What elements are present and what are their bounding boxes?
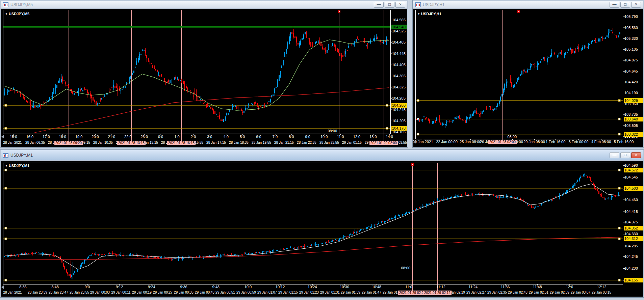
time-axis-label: 29 Jan 01:15	[342, 141, 362, 144]
dropdown-icon[interactable]: ▼	[417, 12, 420, 16]
window-titlebar[interactable]: USDJPY,M1 — □ ×	[1, 150, 643, 160]
chart-area[interactable]: ▼ USDJPY,H1 08:00105.790105.560105.33010…	[413, 9, 643, 147]
line-handle	[618, 100, 620, 102]
symbol-text: USDJPY,M5	[9, 12, 29, 16]
time-axis-label: 14:0	[386, 135, 393, 139]
time-axis-label: 12:0	[353, 135, 360, 139]
window-title: USDJPY,M5	[10, 2, 33, 7]
line-handle	[5, 169, 7, 171]
time-axis-label: 28 Jan 18:35	[229, 141, 249, 144]
chart-window-m1[interactable]: USDJPY,M1 — □ × ▼ USDJPY,M1 08:00104.590…	[0, 149, 644, 298]
time-axis-label: 9:48	[212, 285, 219, 289]
chart-window-m5[interactable]: USDJPY,M5 — □ × ▼ USDJPY,M5 08:00104.565…	[0, 0, 408, 148]
vline-time-badge[interactable]: 2021.01.29 02:00	[369, 141, 398, 145]
time-axis-label: 29 Jan 02:35	[487, 291, 507, 294]
time-axis-label: 29 Jan 00:43	[195, 291, 214, 294]
price-tick-label: 104.190	[624, 91, 638, 95]
time-axis-label: 9:12	[116, 285, 123, 289]
m1-price-chart-canvas[interactable]: 08:00	[1, 161, 643, 297]
price-tick-label: 104.375	[624, 220, 638, 224]
time-axis-label: 29 Jan 01:31	[320, 291, 340, 294]
chart-window-h1[interactable]: USDJPY,H1 — □ × ▼ USDJPY,H1 08:00105.790…	[412, 0, 644, 148]
price-highlight-label[interactable]: 103.640	[624, 117, 643, 121]
time-axis-label: 8:0	[289, 135, 294, 139]
minimize-button[interactable]: —	[610, 2, 619, 8]
time-axis-label: 12:0	[566, 285, 573, 289]
time-axis-label: 3 Feb 00:00	[569, 140, 589, 144]
vertical-time-lines	[69, 10, 384, 145]
symbol-text: USDJPY,H1	[421, 12, 441, 16]
price-highlight-label[interactable]: 104.503	[624, 186, 643, 191]
horizontal-price-lines	[3, 169, 623, 281]
price-highlight-label[interactable]: 104.352	[624, 226, 643, 230]
time-axis-label: 29 Jan 00:11	[111, 291, 130, 294]
price-tick-label: 105.105	[624, 47, 638, 51]
time-axis-label: 15:0	[10, 135, 17, 139]
time-axis-label: 21:0	[108, 135, 115, 139]
price-tick-label: 105.560	[624, 26, 638, 30]
time-axis-label: 8:48	[51, 285, 58, 289]
price-tick-label: 104.645	[624, 69, 638, 73]
time-axis-label: 28 Jan 21:15	[274, 141, 294, 144]
price-highlight-label[interactable]: 104.540	[391, 25, 407, 29]
dropdown-icon[interactable]: ▼	[5, 164, 8, 167]
vline-time-badge[interactable]: 2021.01.28 09:20	[54, 141, 83, 145]
h1-price-chart-canvas[interactable]: 08:00	[413, 9, 643, 147]
time-axis-label: 6:0	[256, 135, 261, 139]
time-axis-label: 28 Jan 2021	[3, 141, 22, 144]
axis-scroll-wedge	[414, 140, 416, 144]
price-highlight-label[interactable]: 104.260	[391, 103, 407, 108]
price-highlight-label[interactable]: 104.572	[624, 168, 643, 172]
m5-price-chart-canvas[interactable]: 08:00	[1, 9, 407, 147]
restore-button[interactable]: □	[385, 2, 394, 8]
axis-scroll-wedge	[1, 135, 4, 138]
restore-button[interactable]: □	[620, 152, 630, 158]
line-handle	[5, 187, 7, 189]
window-title: USDJPY,M1	[10, 153, 33, 158]
price-tick-label: 105.330	[624, 36, 638, 40]
chart-area[interactable]: ▼ USDJPY,M5 08:00104.565104.525104.48510…	[1, 9, 407, 147]
chart-area[interactable]: ▼ USDJPY,M1 08:00104.590104.545104.50010…	[1, 161, 643, 297]
close-button[interactable]: ×	[395, 2, 405, 8]
time-axis-label: 29 Jan 02:59	[550, 291, 569, 294]
time-axis-label: 20:0	[92, 135, 99, 139]
price-highlight-label[interactable]: 103.322	[624, 132, 643, 137]
close-button[interactable]: ×	[631, 2, 641, 8]
close-button[interactable]: ×	[631, 152, 641, 158]
price-tick-label: 104.285	[392, 96, 406, 100]
time-axis-label: 11:0	[337, 135, 344, 139]
window-titlebar[interactable]: USDJPY,M5 — □ ×	[1, 1, 407, 8]
symbol-timeframe-label: ▼ USDJPY,M5	[5, 12, 29, 16]
line-handle	[618, 118, 620, 120]
vline-time-badge[interactable]: 2021.01.28 16:15	[167, 141, 196, 145]
price-highlight-label[interactable]: 104.155	[624, 278, 643, 282]
time-axis-label: 28 Jan 22:35	[297, 141, 316, 144]
line-handle	[386, 127, 388, 129]
price-tick-label: 104.875	[624, 58, 638, 62]
vline-time-badge[interactable]: 2021.01.29 02:12	[423, 291, 452, 295]
line-handle	[618, 238, 620, 240]
candles-layer	[4, 16, 388, 122]
price-tick-label: 104.590	[624, 163, 638, 167]
time-axis-label: 28 Jan 06:35	[25, 141, 45, 144]
minimize-button[interactable]: —	[610, 152, 619, 158]
minimize-button[interactable]: —	[374, 2, 384, 8]
price-highlight-label[interactable]: 104.029	[624, 98, 643, 103]
line-handle	[618, 279, 620, 281]
time-axis-label: 10:36	[340, 285, 349, 289]
price-tick-label: 104.325	[392, 85, 406, 89]
price-tick-label: 103.505	[624, 124, 638, 128]
vline-time-badge[interactable]: 2021.01.29 02:00	[398, 291, 427, 295]
price-highlight-label[interactable]: 104.312	[624, 236, 643, 241]
time-axis-label: 0:0	[158, 135, 163, 139]
restore-button[interactable]: □	[620, 2, 630, 8]
price-highlight-label[interactable]: 104.178	[391, 126, 407, 131]
price-tick-label: 104.445	[392, 52, 406, 56]
vline-time-badge[interactable]: 2021.01.28 13:15	[117, 141, 146, 145]
dropdown-icon[interactable]: ▼	[5, 12, 8, 16]
vline-time-badge[interactable]: 2021.01.28 02:00	[488, 140, 517, 144]
time-axis-label: 28 Jan 2021	[3, 291, 22, 294]
line-handle	[618, 187, 620, 189]
window-titlebar[interactable]: USDJPY,H1 — □ ×	[413, 1, 643, 8]
vline-time-text: 08:00	[328, 129, 337, 133]
